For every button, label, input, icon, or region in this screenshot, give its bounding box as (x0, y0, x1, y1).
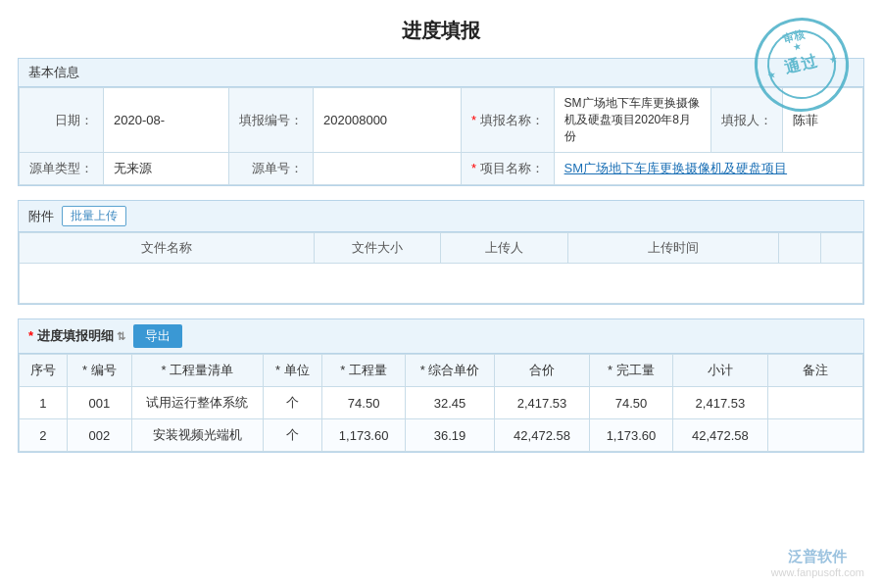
attach-col-action1 (778, 233, 820, 264)
project-name-link[interactable]: SM广场地下车库更换摄像机及硬盘项目 (564, 161, 788, 175)
cell-qty: 74.50 (322, 387, 406, 419)
table-row: 1001试用运行整体系统个74.5032.452,417.5374.502,41… (20, 387, 863, 419)
report-name-label: * 填报名称： (461, 88, 554, 153)
report-name-value: SM广场地下车库更换摄像机及硬盘项目2020年8月份 (554, 88, 710, 153)
attachment-label: 附件 (28, 208, 54, 225)
col-total: 合价 (495, 355, 590, 387)
cell-seq: 1 (20, 387, 68, 419)
progress-detail-header: * 进度填报明细 ⇅ 导出 (19, 319, 863, 354)
attach-empty-row (20, 264, 863, 304)
date-label: 日期： (20, 88, 104, 153)
cell-unit-price: 32.45 (406, 387, 495, 419)
basic-info-header: 基本信息 (19, 59, 863, 87)
batch-upload-button[interactable]: 批量上传 (62, 206, 126, 226)
col-remark: 备注 (767, 355, 862, 387)
col-complete-qty: * 完工量 (590, 355, 673, 387)
progress-detail-label: * 进度填报明细 ⇅ (28, 327, 125, 345)
approval-stamp: 审核 ★ ★ 通过 ★ (755, 18, 853, 116)
progress-detail-table: 序号 * 编号 * 工程量清单 * 单位 * 工程量 * 综合单价 合价 * 完… (19, 354, 863, 452)
cell-remark (767, 387, 862, 419)
col-unit-price: * 综合单价 (406, 355, 495, 387)
cell-unit: 个 (263, 419, 322, 452)
report-no-value: 202008000 (314, 88, 462, 153)
basic-info-label: 基本信息 (28, 64, 79, 81)
export-button[interactable]: 导出 (133, 324, 182, 348)
cell-remark (767, 419, 862, 452)
page-title: 进度填报 (0, 0, 882, 58)
col-subtotal: 小计 (672, 355, 767, 387)
logo-url: www.fanpusoft.com (771, 566, 864, 578)
cell-complete-qty: 1,173.60 (590, 419, 673, 452)
col-seq: 序号 (20, 355, 68, 387)
cell-qty: 1,173.60 (322, 419, 406, 452)
logo-name: 泛普软件 (771, 548, 864, 566)
report-no-label: 填报编号： (229, 88, 314, 153)
date-value: 2020-08- (104, 88, 229, 153)
cell-complete-qty: 74.50 (590, 387, 673, 419)
source-no-label: 源单号： (229, 153, 314, 185)
cell-seq: 2 (20, 419, 68, 452)
source-no-value (314, 153, 462, 185)
cell-subtotal: 42,472.58 (672, 419, 767, 452)
attach-col-uploader: 上传人 (441, 233, 567, 264)
cell-total: 42,472.58 (495, 419, 590, 452)
attach-col-filesize: 文件大小 (315, 233, 441, 264)
cell-name: 安装视频光端机 (132, 419, 263, 452)
progress-detail-section: * 进度填报明细 ⇅ 导出 序号 * 编号 * 工程量清单 * 单位 * 工程量… (18, 318, 864, 453)
basic-info-section: 基本信息 日期： 2020-08- 填报编号： 202008000 * 填报名称… (18, 58, 864, 186)
report-name-required-star: * (471, 113, 476, 127)
source-type-value: 无来源 (104, 153, 229, 185)
project-name-value[interactable]: SM广场地下车库更换摄像机及硬盘项目 (554, 153, 862, 185)
cell-total: 2,417.53 (495, 387, 590, 419)
cell-name: 试用运行整体系统 (132, 387, 263, 419)
attach-col-upload-time: 上传时间 (567, 233, 778, 264)
project-name-label: * 项目名称： (461, 153, 554, 185)
basic-info-table: 日期： 2020-08- 填报编号： 202008000 * 填报名称： SM广… (19, 87, 863, 185)
cell-unit-price: 36.19 (406, 419, 495, 452)
col-qty: * 工程量 (322, 355, 406, 387)
cell-unit: 个 (263, 387, 322, 419)
attach-col-filename: 文件名称 (20, 233, 315, 264)
cell-no: 002 (67, 419, 132, 452)
cell-subtotal: 2,417.53 (672, 387, 767, 419)
source-type-label: 源单类型： (20, 153, 104, 185)
attachment-table: 文件名称 文件大小 上传人 上传时间 (19, 232, 863, 304)
col-name: * 工程量清单 (132, 355, 263, 387)
table-row: 2002安装视频光端机个1,173.6036.1942,472.581,173.… (20, 419, 863, 452)
attachment-header: 附件 批量上传 (19, 201, 863, 232)
sort-icon: ⇅ (117, 330, 125, 342)
attach-col-action2 (820, 233, 862, 264)
attachment-section: 附件 批量上传 文件名称 文件大小 上传人 上传时间 (18, 200, 864, 305)
col-unit: * 单位 (263, 355, 322, 387)
col-no: * 编号 (67, 355, 132, 387)
stamp-star-right: ★ (827, 53, 839, 66)
cell-no: 001 (67, 387, 132, 419)
logo-watermark: 泛普软件 www.fanpusoft.com (771, 548, 864, 578)
